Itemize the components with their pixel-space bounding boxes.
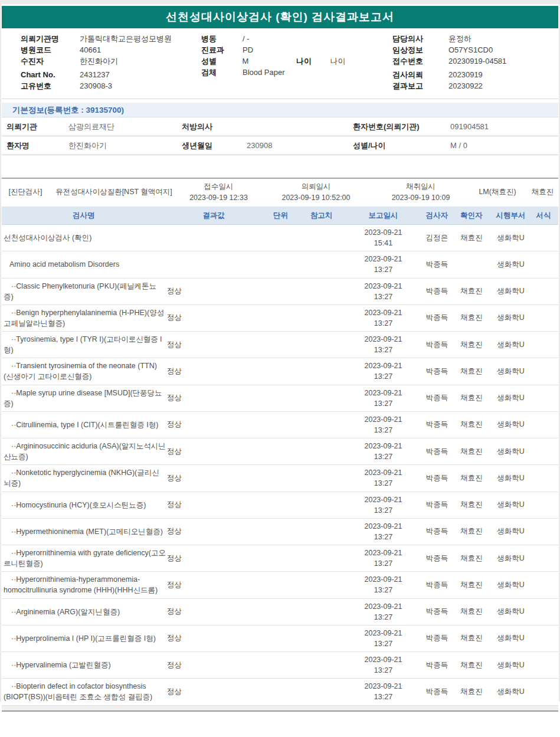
tester-cell: 박종득 — [424, 286, 450, 296]
receipt-datetime-value: 2023-09-19 12:33 — [179, 192, 258, 203]
patient-header-right-column: 담당의사윤정하 임상정보O57YS1CD0 접수번호20230919-04581… — [392, 33, 558, 91]
field-label: 생년월일 — [182, 140, 247, 151]
department-cell: 생화학U — [493, 366, 529, 376]
test-name-cell: ··Hyperornithinemia with gyrate deficien… — [2, 548, 166, 569]
patient-header-left-column: 의뢰기관명가톨릭대학교은평성모병원 병원코드40661 수진자한진화아기 Cha… — [21, 33, 192, 91]
department-cell: 생화학U — [493, 687, 529, 697]
collection-datetime: 채취일시 2023-09-19 10:09 — [374, 181, 468, 202]
column-header-department: 시행부서 — [493, 211, 529, 221]
result-table-row: ··Maple syrup urine disease [MSUD](단풍당뇨증… — [2, 385, 558, 412]
test-name-cell: ··Hyperornithinemia-hyperammonemia-homoc… — [2, 574, 166, 595]
report-datetime-cell: 2023-09-21 13:27 — [343, 414, 424, 435]
report-datetime-cell: 2023-09-21 13:27 — [343, 307, 424, 329]
collector-code: LM(채효진) — [468, 187, 527, 197]
report-date: 2023-09-21 — [343, 441, 424, 451]
patient-header-box: 의뢰기관명가톨릭대학교은평성모병원 병원코드40661 수진자한진화아기 Cha… — [2, 28, 558, 99]
report-date: 2023-09-21 — [343, 414, 424, 425]
field-value: 20230919-04581 — [448, 57, 506, 65]
test-name-cell: ··Classic Phenylketonuria (PKU)(페닐케톤뇨증) — [2, 281, 166, 302]
tester-cell: 박종득 — [424, 633, 450, 643]
field-label: 환자명 — [6, 140, 68, 151]
tester-cell: 박종득 — [424, 500, 450, 510]
confirmer-cell: 채효진 — [450, 607, 493, 617]
field-label: 담당의사 — [392, 34, 448, 44]
report-datetime-cell: 2023-09-21 13:27 — [343, 441, 424, 462]
tester-cell: 박종득 — [424, 420, 450, 430]
department-cell: 생화학U — [493, 660, 529, 670]
department-cell: 생화학U — [493, 500, 529, 510]
result-table-row: ··Tyrosinemia, type I (TYR I)(고타이로신혈증 I형… — [2, 332, 558, 358]
report-time: 13:27 — [343, 264, 424, 275]
column-header-tester: 검사자 — [424, 211, 450, 221]
field-label: 결과보고 — [392, 81, 448, 91]
report-datetime-cell: 2023-09-21 13:27 — [343, 467, 424, 489]
test-name-cell: ··Homocystinuria (HCY)(호모시스틴뇨증) — [2, 500, 166, 510]
result-table-row: ··Hypervalinemia (고발린혈증) 정상 2023-09-21 1… — [2, 652, 558, 679]
result-table-row: ··Classic Phenylketonuria (PKU)(페닐케톤뇨증) … — [2, 279, 558, 305]
test-name-cell: 선천성대사이상검사 (확인) — [2, 232, 166, 243]
patient-header-middle-column: 병동/ - 진료과PD 성별M나이나이 검체Blood Paper — [201, 33, 384, 78]
header-field: 고유번호230908-3 — [21, 80, 192, 91]
header-field: 접수번호20230919-04581 — [392, 55, 558, 67]
report-time: 13:27 — [343, 398, 424, 409]
result-value-cell: 정상 — [166, 286, 261, 296]
report-time: 15:41 — [343, 238, 424, 248]
test-name-cell: ··Citrullinemia, type I (CIT)(시트룰린혈증 I형) — [2, 420, 166, 430]
result-value-cell: 정상 — [166, 340, 261, 350]
test-name-cell: ··Transient tyrosinemia of the neonate (… — [2, 361, 166, 382]
tester-cell: 박종득 — [424, 687, 450, 697]
request-datetime-label: 의뢰일시 — [258, 181, 374, 192]
tester-cell: 박종득 — [424, 313, 450, 323]
report-date: 2023-09-21 — [343, 388, 424, 398]
field-value: 한진화아기 — [80, 56, 118, 67]
diagnosis-test-strip: [진단검사] 유전성대사이상질환[NST 혈액여지] 접수일시 2023-09-… — [2, 178, 558, 205]
confirmer-cell: 채효진 — [450, 526, 493, 536]
test-name-cell: ··Benign hyperphenylalaninemia (H-PHE)(양… — [2, 307, 166, 329]
report-datetime-cell: 2023-09-21 13:27 — [343, 494, 424, 516]
field-value: PD — [243, 45, 297, 54]
department-cell: 생화학U — [493, 553, 529, 564]
report-datetime-cell: 2023-09-21 13:27 — [343, 281, 424, 302]
confirmer-cell: 채효진 — [450, 313, 493, 323]
confirmer-cell: 채효진 — [450, 633, 493, 643]
report-datetime-cell: 2023-09-21 13:27 — [343, 601, 424, 623]
tester-cell: 박종득 — [424, 366, 450, 376]
field-value: 나이 — [330, 56, 384, 67]
report-datetime-cell: 2023-09-21 13:27 — [343, 521, 424, 542]
field-value: 2431237 — [80, 70, 110, 79]
field-label: 나이 — [296, 56, 330, 67]
department-cell: 생화학U — [493, 340, 529, 350]
column-header-report-datetime: 보고일시 — [343, 211, 424, 221]
header-field: 임상정보O57YS1CD0 — [392, 44, 558, 55]
field-label: 수진자 — [21, 56, 80, 67]
department-cell: 생화학U — [493, 420, 529, 430]
test-name-cell: ··Hypervalinemia (고발린혈증) — [2, 660, 166, 670]
report-datetime-cell: 2023-09-21 13:27 — [343, 334, 424, 355]
report-time: 13:27 — [343, 291, 424, 302]
report-time: 13:27 — [343, 425, 424, 435]
lab-report-page: 선천성대사이상검사 (확인) 검사결과보고서 의뢰기관명가톨릭대학교은평성모병원… — [0, 0, 560, 737]
test-name-cell: Amino acid metabolism Disorders — [2, 259, 166, 270]
field-label: 고유번호 — [21, 81, 80, 91]
header-field: 병동/ - — [201, 33, 384, 44]
field-value: M — [243, 57, 296, 65]
field-label: 의뢰기관명 — [21, 34, 80, 44]
field-label: 환자번호(의뢰기관) — [353, 122, 450, 132]
result-table-row: ··Nonketotic hyperglycinemia (NKHG)(글리신뇌… — [2, 465, 558, 492]
tester-cell: 박종득 — [424, 607, 450, 617]
report-time: 13:27 — [343, 371, 424, 382]
column-header-confirmer: 확인자 — [450, 211, 493, 221]
report-datetime-cell: 2023-09-21 13:27 — [343, 574, 424, 595]
result-table-row: ··Argininosuccinic aciduria (ASA)(알지노석시닌… — [2, 438, 558, 465]
field-label: 접수번호 — [392, 56, 448, 67]
tester-cell: 박종득 — [424, 340, 450, 350]
tester-cell: 박종득 — [424, 393, 450, 403]
field-value: 윤정하 — [448, 34, 471, 44]
field-value: / - — [243, 34, 297, 43]
result-value-cell: 정상 — [166, 366, 261, 376]
result-table-row: ··Hyperprolinemia I (HP I)(고프롤린혈증 I형) 정상… — [2, 625, 558, 652]
result-table-row: ··Biopterin defect in cofactor biosynthe… — [2, 679, 558, 705]
header-field: Chart No.2431237 — [21, 69, 192, 80]
report-time: 13:27 — [343, 318, 424, 329]
report-title: 선천성대사이상검사 (확인) 검사결과보고서 — [166, 11, 394, 23]
